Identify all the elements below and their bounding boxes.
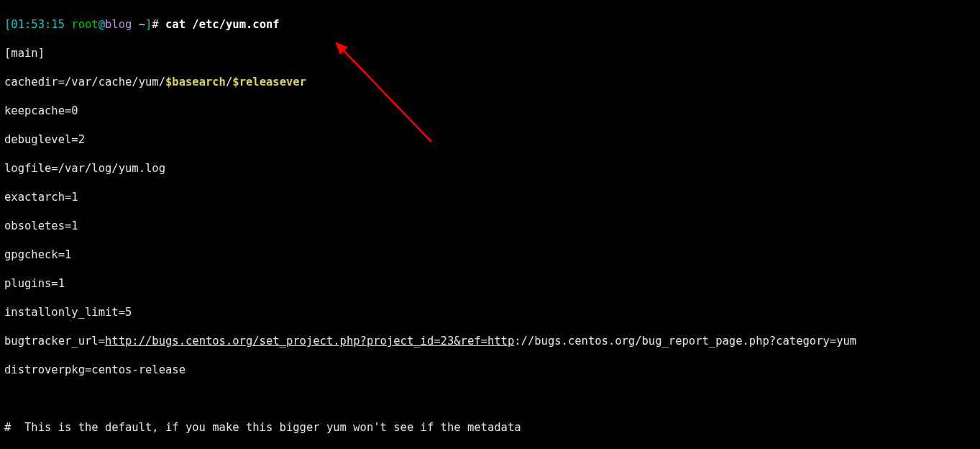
prompt-time: 01:53:15 [11,18,65,31]
prompt-at: @ [99,18,105,31]
output-installonly: installonly_limit=5 [4,305,976,319]
cachedir-sep: / [226,76,232,89]
output-main: [main] [4,46,976,60]
cachedir-var-basearch: $basearch [165,76,226,89]
cachedir-prefix: cachedir=/var/cache/yum/ [4,76,165,89]
prompt-line-1: [01:53:15 root@blog ~]# cat /etc/yum.con… [4,17,976,32]
prompt-sigil: # [152,18,165,31]
output-obsoletes: obsoletes=1 [4,219,976,233]
cachedir-var-releasever: $releasever [232,76,306,89]
prompt-bracket-close: ] [145,18,152,31]
output-distroverpkg: distroverpkg=centos-release [4,363,976,377]
prompt-user: root [65,18,99,31]
output-logfile: logfile=/var/log/yum.log [4,161,976,176]
output-gpgcheck: gpgcheck=1 [4,248,976,262]
output-exactarch: exactarch=1 [4,190,976,204]
output-keepcache: keepcache=0 [4,104,976,118]
output-cachedir: cachedir=/var/cache/yum/$basearch/$relea… [4,75,976,89]
output-plugins: plugins=1 [4,276,976,291]
comment-line: # This is the default, if you make this … [4,420,976,435]
bugtracker-tail: ://bugs.centos.org/bug_report_page.php?c… [514,335,856,348]
prompt-path: ~ [132,18,145,31]
prompt-bracket-open: [ [4,18,11,31]
bugtracker-prefix: bugtracker_url= [4,335,105,348]
terminal[interactable]: [01:53:15 root@blog ~]# cat /etc/yum.con… [0,0,980,449]
output-debuglevel: debuglevel=2 [4,132,976,147]
output-bugtracker: bugtracker_url=http://bugs.centos.org/se… [4,334,976,348]
command-text: cat /etc/yum.conf [165,18,280,31]
bugtracker-link[interactable]: http://bugs.centos.org/set_project.php?p… [105,335,514,348]
prompt-host: blog [105,18,132,31]
